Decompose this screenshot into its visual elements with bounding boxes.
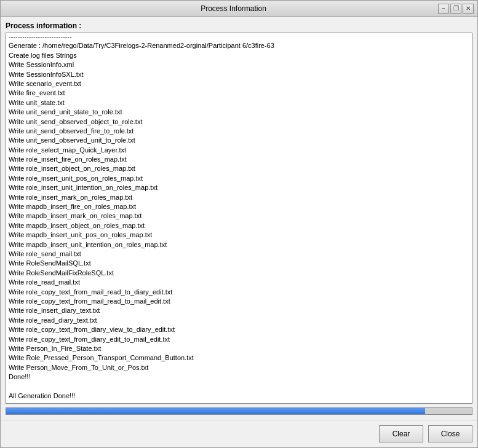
window-content: Process information : ------------------…: [1, 17, 477, 420]
title-bar-controls: − ❐ ✕: [438, 4, 474, 14]
log-container[interactable]: ---------------------------- Generate : …: [6, 33, 472, 404]
progress-bar-container: [6, 407, 472, 415]
title-bar: Process Information − ❐ ✕: [1, 1, 477, 17]
section-title: Process information :: [6, 22, 472, 30]
log-text: ---------------------------- Generate : …: [9, 33, 469, 401]
clear-button[interactable]: Clear: [379, 425, 423, 442]
restore-button[interactable]: ❐: [450, 4, 461, 14]
window-title: Process Information: [29, 4, 438, 13]
process-information-window: Process Information − ❐ ✕ Process inform…: [0, 0, 478, 448]
button-row: Clear Close: [1, 420, 477, 447]
minimize-button[interactable]: −: [438, 4, 449, 14]
close-window-button[interactable]: ✕: [463, 4, 474, 14]
progress-bar: [6, 408, 425, 414]
close-button[interactable]: Close: [428, 425, 472, 442]
